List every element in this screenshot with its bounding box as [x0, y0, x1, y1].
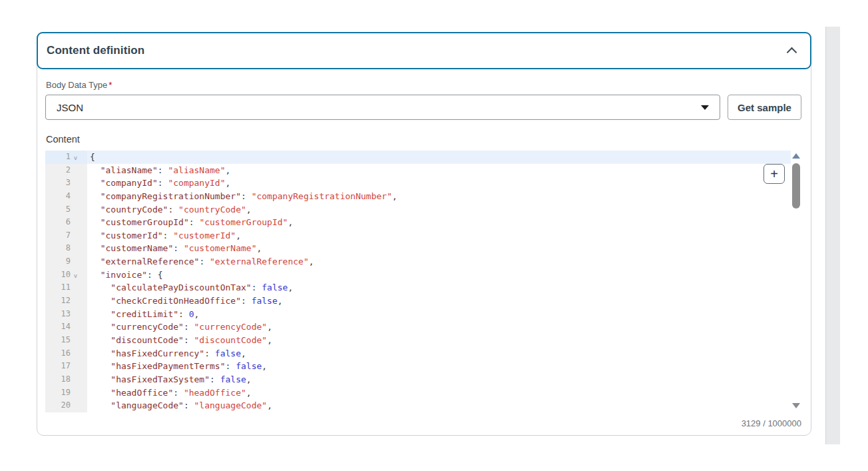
code-line[interactable]: 2 "aliasName": "aliasName",	[45, 164, 791, 177]
code-line[interactable]: 7 "customerId": "customerId",	[45, 229, 791, 242]
line-number-gutter: 16	[45, 347, 87, 360]
fold-spacer	[71, 334, 81, 347]
line-number-gutter: 17	[45, 360, 87, 373]
accordion-header-content-definition[interactable]: Content definition	[37, 32, 811, 69]
character-counter: 3129 / 1000000	[602, 418, 801, 428]
body-data-type-label-text: Body Data Type	[46, 80, 107, 90]
fold-spacer	[71, 347, 81, 360]
line-number: 9	[66, 255, 71, 268]
fold-toggle-icon[interactable]: v	[71, 268, 81, 282]
code-line[interactable]: 11 "calculatePayDiscountOnTax": false,	[45, 281, 791, 294]
code-text: "hasFixedTaxSystem": false,	[87, 373, 252, 386]
line-number: 17	[61, 360, 71, 373]
line-number: 19	[61, 386, 71, 400]
fold-spacer	[71, 399, 81, 412]
caret-down-icon	[701, 105, 709, 110]
line-number: 7	[66, 229, 71, 242]
line-number-gutter: 3	[45, 177, 87, 190]
line-number: 16	[61, 347, 71, 360]
chevron-up-icon[interactable]	[787, 47, 797, 58]
line-number-gutter: 14	[45, 320, 87, 334]
line-number: 4	[66, 190, 71, 203]
line-number: 13	[61, 308, 71, 321]
code-line[interactable]: 3 "companyId": "companyId",	[45, 177, 791, 190]
line-number: 10	[61, 268, 71, 282]
fold-spacer	[71, 360, 81, 373]
code-text: "headOffice": "headOffice",	[87, 386, 252, 400]
code-text: "invoice": {	[87, 268, 163, 282]
json-code-editor[interactable]: 1v{2 "aliasName": "aliasName",3 "company…	[45, 151, 791, 412]
line-number-gutter: 18	[45, 373, 87, 386]
fold-spacer	[71, 294, 81, 308]
code-line[interactable]: 16 "hasFixedCurrency": false,	[45, 347, 791, 360]
content-label: Content	[46, 134, 80, 145]
line-number-gutter: 12	[45, 294, 87, 308]
fold-spacer	[71, 216, 81, 229]
editor-scroll-down-icon[interactable]	[792, 403, 800, 408]
line-number-gutter: 10v	[45, 268, 87, 282]
fold-spacer	[71, 229, 81, 242]
fold-spacer	[71, 190, 81, 203]
code-text: "aliasName": "aliasName",	[87, 164, 230, 177]
code-text: "checkCreditOnHeadOffice": false,	[87, 294, 283, 308]
code-text: "currencyCode": "currencyCode",	[87, 320, 272, 334]
line-number-gutter: 1v	[45, 151, 87, 164]
body-data-type-select[interactable]: JSON	[45, 95, 720, 120]
fold-spacer	[71, 281, 81, 294]
fold-spacer	[71, 242, 81, 255]
fold-spacer	[71, 373, 81, 386]
line-number: 5	[66, 203, 71, 217]
code-text: "hasFixedPaymentTerms": false,	[87, 360, 267, 373]
page-scrollbar[interactable]	[825, 27, 840, 444]
line-number-gutter: 15	[45, 334, 87, 347]
editor-scroll-up-icon[interactable]	[792, 153, 800, 159]
get-sample-button[interactable]: Get sample	[728, 95, 801, 120]
code-line[interactable]: 17 "hasFixedPaymentTerms": false,	[45, 360, 791, 373]
code-line[interactable]: 4 "companyRegistrationNumber": "companyR…	[45, 190, 791, 203]
line-number-gutter: 5	[45, 203, 87, 217]
line-number: 2	[66, 164, 71, 177]
line-number-gutter: 20	[45, 399, 87, 412]
line-number: 18	[61, 373, 71, 386]
code-line[interactable]: 5 "countryCode": "countryCode",	[45, 203, 791, 217]
code-line[interactable]: 18 "hasFixedTaxSystem": false,	[45, 373, 791, 386]
line-number-gutter: 11	[45, 281, 87, 294]
code-line[interactable]: 9 "externalReference": "externalReferenc…	[45, 255, 791, 268]
panel-title: Content definition	[47, 44, 144, 57]
line-number: 11	[61, 281, 71, 294]
editor-add-button[interactable]: +	[763, 164, 785, 184]
code-line[interactable]: 13 "creditLimit": 0,	[45, 308, 791, 321]
code-text: "customerId": "customerId",	[87, 229, 241, 242]
code-line[interactable]: 8 "customerName": "customerName",	[45, 242, 791, 255]
fold-spacer	[71, 203, 81, 217]
code-line[interactable]: 10v "invoice": {	[45, 268, 791, 282]
plus-icon: +	[770, 167, 778, 181]
line-number: 8	[66, 242, 71, 255]
line-number-gutter: 2	[45, 164, 87, 177]
code-line[interactable]: 19 "headOffice": "headOffice",	[45, 386, 791, 400]
line-number-gutter: 4	[45, 190, 87, 203]
line-number-gutter: 7	[45, 229, 87, 242]
editor-scrollbar-thumb[interactable]	[792, 163, 800, 209]
fold-spacer	[71, 320, 81, 334]
code-line[interactable]: 6 "customerGroupId": "customerGroupId",	[45, 216, 791, 229]
code-text: "externalReference": "externalReference"…	[87, 255, 314, 268]
body-data-type-selected-value: JSON	[57, 102, 83, 113]
code-text: "companyRegistrationNumber": "companyReg…	[87, 190, 397, 203]
line-number: 12	[61, 294, 71, 308]
code-line[interactable]: 15 "discountCode": "discountCode",	[45, 334, 791, 347]
code-line[interactable]: 14 "currencyCode": "currencyCode",	[45, 320, 791, 334]
line-number: 3	[66, 177, 71, 190]
code-line[interactable]: 20 "languageCode": "languageCode",	[45, 399, 791, 412]
fold-spacer	[71, 386, 81, 400]
fold-spacer	[71, 177, 81, 190]
code-text: {	[87, 151, 95, 164]
code-text: "customerName": "customerName",	[87, 242, 262, 255]
code-text: "discountCode": "discountCode",	[87, 334, 272, 347]
line-number-gutter: 8	[45, 242, 87, 255]
code-line[interactable]: 1v{	[45, 151, 791, 164]
fold-toggle-icon[interactable]: v	[71, 151, 81, 164]
code-line[interactable]: 12 "checkCreditOnHeadOffice": false,	[45, 294, 791, 308]
code-text: "countryCode": "countryCode",	[87, 203, 252, 217]
line-number: 14	[61, 320, 71, 334]
